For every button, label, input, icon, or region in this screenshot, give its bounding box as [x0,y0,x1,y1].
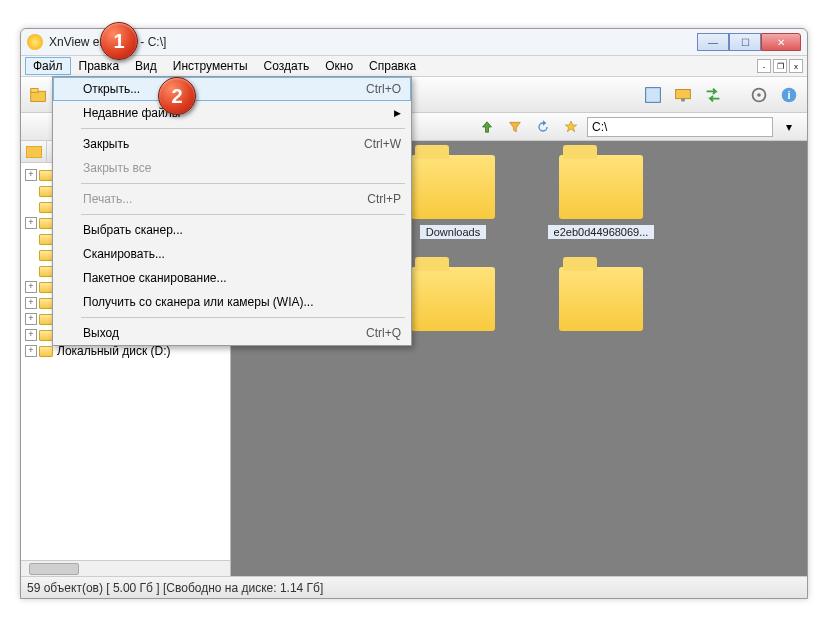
address-dropdown-icon[interactable]: ▾ [777,115,801,139]
folder-icon [39,170,53,181]
open-file-icon[interactable] [27,83,51,107]
menu-open[interactable]: Открыть...Ctrl+O [53,77,411,101]
favorites-icon[interactable] [559,115,583,139]
svg-rect-3 [646,87,661,102]
folder-icon [411,267,495,331]
tree-scrollbar[interactable] [21,560,230,576]
mdi-minimize-button[interactable]: - [757,59,771,73]
menu-view[interactable]: Вид [127,57,165,75]
filter-icon[interactable] [503,115,527,139]
folder-icon [411,155,495,219]
folder-icon [39,202,53,213]
thumb-label: Downloads [420,225,486,239]
tab-folders-icon[interactable] [21,141,47,162]
folder-icon [39,298,53,309]
folder-icon [559,155,643,219]
folder-thumb[interactable]: e2eb0d44968069... [541,155,661,239]
menubar: Файл Правка Вид Инструменты Создать Окно… [21,55,807,77]
svg-rect-5 [681,98,685,101]
svg-point-7 [757,93,761,97]
menu-print: Печать...Ctrl+P [53,187,411,211]
folder-icon [39,330,53,341]
folder-icon [39,186,53,197]
menu-help[interactable]: Справка [361,57,424,75]
nav-up-icon[interactable] [475,115,499,139]
menu-tools[interactable]: Инструменты [165,57,256,75]
menu-exit[interactable]: ВыходCtrl+Q [53,321,411,345]
folder-icon [39,346,53,357]
menu-scan[interactable]: Сканировать... [53,242,411,266]
thumb-label: e2eb0d44968069... [548,225,655,239]
fullscreen-icon[interactable] [641,83,665,107]
minimize-button[interactable]: — [697,33,729,51]
close-button[interactable]: ✕ [761,33,801,51]
slideshow-icon[interactable] [671,83,695,107]
refresh-icon[interactable] [531,115,555,139]
titlebar: XnView еватель - C:\] — ☐ ✕ [21,29,807,55]
menu-select-scanner[interactable]: Выбрать сканер... [53,218,411,242]
folder-thumb[interactable] [541,267,661,331]
nav-back-icon[interactable] [447,115,471,139]
folder-icon [39,314,53,325]
folder-icon [39,250,53,261]
menu-create[interactable]: Создать [256,57,318,75]
expander-icon[interactable]: + [25,217,37,229]
maximize-button[interactable]: ☐ [729,33,761,51]
expander-icon[interactable]: + [25,329,37,341]
expander-icon[interactable]: + [25,297,37,309]
expander-icon[interactable]: + [25,345,37,357]
tree-item-label: Локальный диск (D:) [57,344,171,358]
menu-window[interactable]: Окно [317,57,361,75]
folder-icon [39,282,53,293]
address-bar[interactable]: C:\ [587,117,773,137]
folder-icon [39,234,53,245]
folder-icon [39,218,53,229]
folder-icon [559,267,643,331]
menu-wia[interactable]: Получить со сканера или камеры (WIA)... [53,290,411,314]
menu-close-all: Закрыть все [53,156,411,180]
info-icon[interactable]: i [777,83,801,107]
menu-batch-scan[interactable]: Пакетное сканирование... [53,266,411,290]
app-icon [27,34,43,50]
menu-file[interactable]: Файл [25,57,71,75]
expander-icon[interactable]: + [25,313,37,325]
status-text: 59 объект(ов) [ 5.00 Гб ] [Свободно на д… [27,581,323,595]
callout-marker-1: 1 [100,22,138,60]
svg-rect-10 [26,146,42,158]
svg-rect-1 [31,88,38,92]
folder-icon [39,266,53,277]
window-title: XnView еватель - C:\] [49,35,697,49]
expander-icon[interactable]: + [25,281,37,293]
svg-rect-4 [676,89,691,98]
svg-rect-0 [31,91,46,101]
callout-marker-2: 2 [158,77,196,115]
menu-close[interactable]: ЗакрытьCtrl+W [53,132,411,156]
settings-icon[interactable] [747,83,771,107]
expander-icon[interactable]: + [25,169,37,181]
mdi-restore-button[interactable]: ❐ [773,59,787,73]
mdi-close-button[interactable]: x [789,59,803,73]
convert-icon[interactable] [701,83,725,107]
menu-recent-files[interactable]: Недавние файлы▶ [53,101,411,125]
svg-text:i: i [787,88,790,100]
file-menu-dropdown: Открыть...Ctrl+O Недавние файлы▶ Закрыть… [52,76,412,346]
address-text: C:\ [592,120,607,134]
statusbar: 59 объект(ов) [ 5.00 Гб ] [Свободно на д… [21,576,807,598]
